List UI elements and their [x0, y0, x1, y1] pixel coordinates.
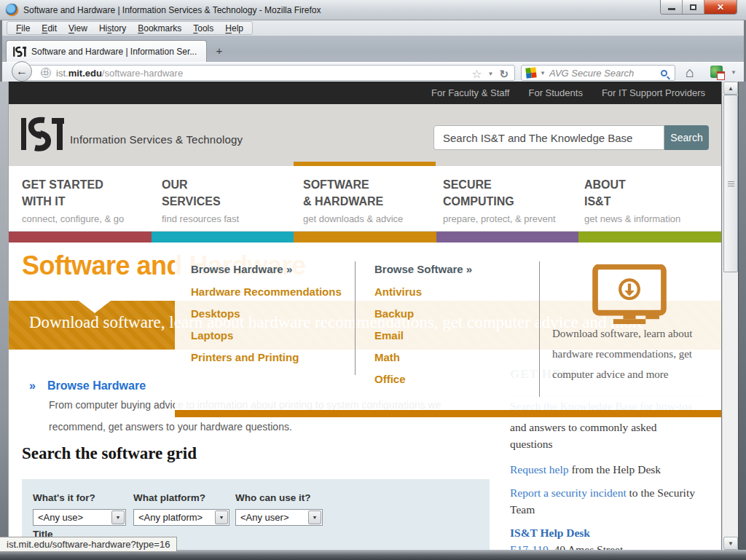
- site-identity-globe-icon[interactable]: [41, 68, 51, 78]
- link-for-faculty-staff[interactable]: For Faculty & Staff: [431, 87, 509, 98]
- dropdown-link-math[interactable]: Math: [374, 351, 400, 363]
- report-incident-line2: Team: [510, 503, 535, 516]
- browse-hardware-row: »Browse Hardware: [29, 379, 146, 393]
- firefox-window: Software and Hardware | Information Serv…: [0, 0, 746, 560]
- minimize-button[interactable]: [661, 0, 683, 14]
- dropdown-link-laptops[interactable]: Laptops: [191, 329, 233, 342]
- dropdown-link-antivirus[interactable]: Antivirus: [374, 285, 422, 298]
- url-bar[interactable]: ist.mit.edu/software-hardware ☆ ▼ ↻: [24, 65, 515, 81]
- nav-secure-computing[interactable]: SECURE COMPUTING prepare, protect, & pre…: [443, 176, 556, 224]
- site-header: Information Services & Technology Search…: [9, 104, 721, 166]
- main-navigation: GET STARTED WITH IT connect, configure, …: [9, 166, 721, 232]
- browse-hardware-link[interactable]: Browse Hardware: [47, 379, 146, 392]
- dropdown-bottom-bar: [175, 410, 721, 417]
- status-link-preview: ist.mit.edu/software-hardware?type=16: [0, 537, 177, 552]
- strip-software-hardware: [294, 232, 436, 242]
- select-any-platform[interactable]: <Any platform> ▼: [133, 509, 229, 526]
- browse-hardware-heading[interactable]: Browse Hardware »: [191, 263, 292, 275]
- menu-help[interactable]: Help: [219, 22, 249, 35]
- dropdown-link-printers-and-printing[interactable]: Printers and Printing: [191, 351, 299, 363]
- menu-bar: File Edit View History Bookmarks Tools H…: [2, 20, 744, 36]
- url-domain: mit.edu: [68, 68, 102, 79]
- select-any-use[interactable]: <Any use> ▼: [33, 509, 126, 526]
- window-title: Software and Hardware | Information Serv…: [23, 5, 321, 15]
- strip-secure-computing: [436, 232, 579, 242]
- select-caret-icon[interactable]: ▼: [308, 510, 321, 524]
- dropdown-link-email[interactable]: Email: [374, 329, 404, 342]
- double-chevron-icon: »: [29, 379, 36, 392]
- page-scrollbar[interactable]: ▲ ▼: [722, 82, 738, 550]
- dropdown-link-hardware-recommendations[interactable]: Hardware Recommendations: [191, 285, 342, 298]
- select-caret-icon[interactable]: ▼: [111, 510, 125, 524]
- tab-active[interactable]: Software and Hardware | Information Ser.…: [6, 40, 207, 62]
- select-caret-icon[interactable]: ▼: [215, 510, 228, 524]
- menu-bookmarks[interactable]: Bookmarks: [132, 22, 187, 35]
- nav-our-services[interactable]: OUR SERVICES find resources fast: [162, 176, 239, 224]
- link-for-students[interactable]: For Students: [528, 87, 582, 98]
- nav-software-hardware[interactable]: SOFTWARE & HARDWARE get downloads & advi…: [303, 176, 403, 224]
- scroll-thumb[interactable]: [723, 95, 738, 272]
- ist-logo[interactable]: [20, 115, 64, 153]
- helpdesk-title[interactable]: IS&T Help Desk: [510, 527, 590, 540]
- dropdown-promo-line3: computer advice and more: [552, 368, 669, 381]
- close-button[interactable]: ✕: [704, 0, 737, 14]
- restore-icon: [690, 4, 696, 10]
- software-hardware-dropdown: Browse Hardware » Hardware Recommendatio…: [175, 251, 721, 410]
- browser-search-box[interactable]: ▼ AVG Secure Search: [521, 65, 675, 81]
- site-search-input[interactable]: Search IS&T and The Knowledge Base: [433, 125, 664, 150]
- dropdown-promo-line1: Download software, learn about: [552, 328, 692, 340]
- url-subdomain: ist.: [56, 68, 68, 79]
- avg-search-engine-icon[interactable]: [525, 67, 536, 78]
- restore-button[interactable]: [683, 0, 704, 14]
- url-path: /software-hardware: [102, 68, 183, 79]
- select-any-user[interactable]: <Any user> ▼: [235, 509, 323, 526]
- menu-view[interactable]: View: [63, 22, 93, 35]
- firefox-icon: [6, 4, 18, 16]
- navigation-toolbar: ← ist.mit.edu/software-hardware ☆ ▼ ↻ ▼ …: [2, 62, 744, 82]
- toolbar-overflow-caret-icon[interactable]: ▼: [731, 69, 737, 76]
- close-icon: ✕: [717, 2, 724, 12]
- request-help-link[interactable]: Request help: [510, 463, 569, 476]
- menu-edit[interactable]: Edit: [36, 22, 63, 35]
- request-help-line: Request help from the Help Desk: [510, 463, 661, 476]
- reload-icon[interactable]: ↻: [499, 68, 509, 81]
- url-dropdown-icon[interactable]: ▼: [488, 71, 494, 77]
- nav-get-started[interactable]: GET STARTED WITH IT connect, configure, …: [22, 176, 124, 224]
- report-incident-line1: Report a security incident to the Securi…: [510, 486, 695, 500]
- search-engine-caret-icon[interactable]: ▼: [540, 70, 546, 76]
- new-tab-button[interactable]: +: [210, 42, 229, 60]
- window-frame-left: [0, 82, 9, 560]
- software-grid-heading: Search the software grid: [22, 444, 197, 463]
- dropdown-divider-1: [355, 261, 356, 375]
- menu-file[interactable]: File: [10, 22, 36, 35]
- bookmark-star-icon[interactable]: ☆: [471, 67, 482, 81]
- dropdown-link-backup[interactable]: Backup: [374, 307, 414, 320]
- download-monitor-icon: [592, 264, 667, 324]
- site-search-placeholder: Search IS&T and The Knowledge Base: [443, 132, 632, 144]
- dropdown-link-office[interactable]: Office: [374, 373, 406, 385]
- extension-icon[interactable]: [710, 66, 723, 78]
- report-incident-link[interactable]: Report a security incident: [510, 486, 627, 499]
- back-button[interactable]: ←: [12, 61, 32, 82]
- page-viewport: For Faculty & Staff For Students For IT …: [9, 82, 721, 550]
- label-who-can-use: Who can use it?: [235, 492, 311, 503]
- dropdown-link-desktops[interactable]: Desktops: [191, 307, 240, 320]
- scroll-grip: [728, 181, 734, 187]
- site-search-button[interactable]: Search: [664, 125, 709, 150]
- browse-software-heading[interactable]: Browse Software »: [374, 263, 472, 275]
- hardware-intro-line2: recommend, get answers to your hardware …: [49, 421, 292, 433]
- scroll-up-button[interactable]: ▲: [723, 82, 738, 95]
- search-magnifier-icon[interactable]: [661, 70, 667, 76]
- menu-tools[interactable]: Tools: [187, 22, 219, 35]
- menu-history[interactable]: History: [93, 22, 132, 35]
- home-icon[interactable]: ⌂: [686, 65, 694, 79]
- link-for-it-support-providers[interactable]: For IT Support Providers: [602, 87, 705, 98]
- title-bar[interactable]: Software and Hardware | Information Serv…: [0, 0, 746, 20]
- window-frame-right: [738, 82, 746, 560]
- kb-sentence-line2: and answers to commonly asked: [510, 421, 656, 434]
- scroll-down-button[interactable]: ▼: [723, 537, 738, 550]
- helpdesk-room-link[interactable]: E17-110: [510, 543, 549, 550]
- banner-notch: [79, 301, 111, 313]
- nav-about-ist[interactable]: ABOUT IS&T get news & information: [584, 176, 680, 224]
- strip-about-ist: [578, 232, 721, 242]
